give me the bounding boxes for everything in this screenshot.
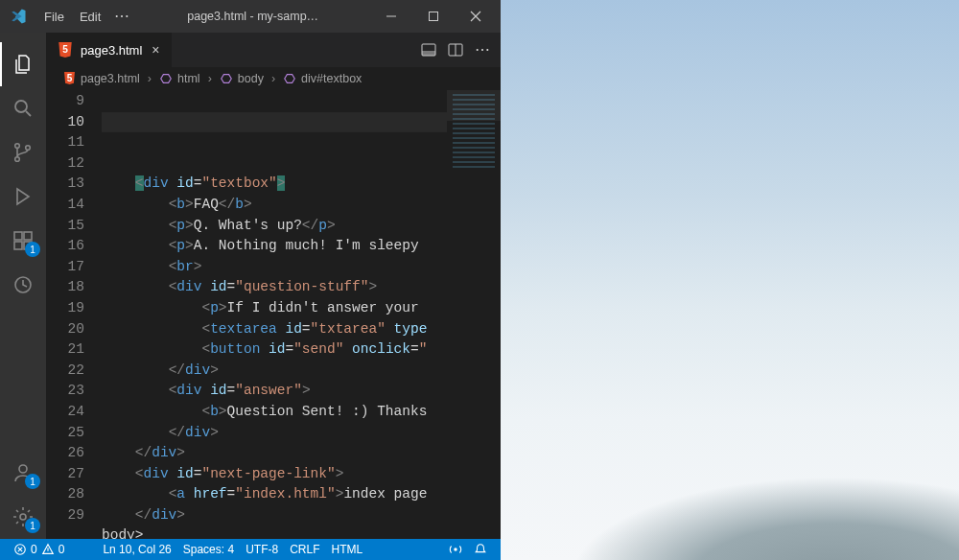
line-number[interactable]: 19	[46, 298, 84, 319]
code-line[interactable]: </div>	[102, 423, 447, 444]
line-number[interactable]: 10	[46, 112, 84, 133]
code-area[interactable]: <div id="textbox"> <b>FAQ</b> <p>Q. What…	[102, 90, 447, 539]
status-ln-col[interactable]: Ln 10, Col 26	[97, 543, 176, 556]
svg-point-3	[15, 144, 20, 149]
code-line[interactable]: <button id="send" onclick="	[102, 339, 447, 361]
code-line[interactable]: <a href="index.html">index page	[102, 484, 447, 505]
activity-settings[interactable]: 1	[0, 495, 46, 539]
status-eol[interactable]: CRLF	[284, 543, 325, 556]
chevron-right-icon: ›	[206, 72, 214, 85]
line-number[interactable]: 23	[46, 381, 84, 402]
html-file-icon	[63, 72, 76, 84]
line-number[interactable]: 9	[46, 91, 84, 112]
vscode-window: File Edit ⋯ page3.html - my-samp…	[0, 0, 501, 560]
html-file-icon	[58, 42, 73, 58]
code-line[interactable]: <div id="textbox">	[102, 174, 447, 195]
svg-rect-14	[422, 51, 435, 56]
svg-rect-9	[24, 232, 32, 240]
svg-rect-0	[386, 16, 396, 17]
window-minimize-button[interactable]	[370, 0, 412, 33]
code-line[interactable]: <div id="answer">	[102, 381, 447, 402]
status-spaces[interactable]: Spaces: 4	[177, 543, 240, 556]
line-number[interactable]: 18	[46, 277, 84, 298]
more-actions-button[interactable]: ⋯	[470, 37, 495, 62]
code-line[interactable]: </div>	[102, 443, 447, 464]
activity-accounts[interactable]: 1	[0, 451, 46, 495]
bell-icon	[474, 543, 487, 556]
status-encoding[interactable]: UTF-8	[240, 543, 284, 556]
window-close-button[interactable]	[455, 0, 497, 33]
activity-source-control[interactable]	[0, 130, 46, 175]
activity-search[interactable]	[0, 86, 46, 130]
code-line[interactable]: body>	[102, 525, 447, 539]
line-number[interactable]: 13	[46, 174, 84, 195]
menu-more-icon[interactable]: ⋯	[108, 9, 135, 24]
svg-point-2	[15, 101, 27, 112]
status-errors-count: 0	[31, 543, 37, 556]
code-line[interactable]: </div>	[102, 505, 447, 526]
line-number[interactable]: 24	[46, 402, 84, 423]
code-line[interactable]	[102, 153, 447, 175]
breadcrumb-html[interactable]: html	[155, 72, 204, 85]
activity-extensions[interactable]: 1	[0, 219, 46, 263]
activity-bar: 1 1 1	[0, 33, 46, 539]
code-line[interactable]: <b>FAQ</b>	[102, 195, 447, 216]
code-line[interactable]: <div id="next-page-link">	[102, 464, 447, 485]
status-notifications[interactable]	[468, 543, 493, 556]
accounts-badge: 1	[25, 474, 40, 489]
line-number[interactable]: 28	[46, 484, 84, 505]
line-number[interactable]: 21	[46, 339, 84, 361]
tab-close-button[interactable]: ×	[150, 40, 161, 59]
toggle-panel-button[interactable]	[416, 37, 441, 62]
code-line[interactable]: </div>	[102, 361, 447, 382]
code-line[interactable]: <p>Q. What's up?</p>	[102, 216, 447, 237]
line-number[interactable]: 14	[46, 195, 84, 216]
line-number[interactable]: 27	[46, 464, 84, 485]
line-number-gutter[interactable]: 9101112131415161718192021222324252627282…	[46, 90, 102, 539]
branch-icon	[12, 141, 35, 164]
menu-edit[interactable]: Edit	[72, 10, 108, 24]
code-line[interactable]: <div id="question-stuff">	[102, 277, 447, 298]
history-icon	[12, 273, 35, 296]
code-line[interactable]: <p>A. Nothing much! I'm sleepy	[102, 236, 447, 257]
menu-file[interactable]: File	[36, 10, 72, 24]
code-line[interactable]: <textarea id="txtarea" type	[102, 319, 447, 340]
line-number[interactable]: 11	[46, 132, 84, 153]
code-line[interactable]: <b>Question Sent! :) Thanks	[102, 402, 447, 423]
line-number[interactable]: 20	[46, 319, 84, 340]
line-number[interactable]: 15	[46, 216, 84, 237]
split-editor-button[interactable]	[443, 37, 468, 62]
titlebar[interactable]: File Edit ⋯ page3.html - my-samp…	[0, 0, 501, 33]
activity-timeline[interactable]	[0, 263, 46, 307]
svg-point-5	[26, 146, 31, 151]
svg-rect-1	[430, 12, 438, 21]
status-feedback[interactable]	[443, 543, 468, 556]
activity-explorer[interactable]	[0, 42, 46, 86]
activity-run-debug[interactable]	[0, 175, 46, 219]
line-number[interactable]: 25	[46, 423, 84, 444]
status-problems[interactable]: 0 0	[8, 543, 70, 556]
line-number[interactable]: 17	[46, 257, 84, 278]
window-maximize-button[interactable]	[412, 0, 455, 33]
code-line[interactable]: <p>If I didn't answer your	[102, 298, 447, 319]
chevron-right-icon: ›	[269, 72, 277, 85]
minimap[interactable]	[447, 90, 501, 539]
breadcrumb-body[interactable]: body	[216, 72, 268, 85]
settings-badge: 1	[25, 518, 40, 533]
line-number[interactable]: 16	[46, 236, 84, 257]
status-bar: 0 0 Ln 10, Col 26 Spaces: 4 UTF-8 CRLF H…	[0, 539, 501, 560]
line-number[interactable]: 22	[46, 361, 84, 382]
tab-page3[interactable]: page3.html ×	[46, 33, 173, 67]
breadcrumb[interactable]: page3.html › html › body › div#textbox	[46, 67, 501, 90]
svg-point-12	[20, 514, 26, 520]
status-language[interactable]: HTML	[325, 543, 368, 556]
status-warnings-count: 0	[58, 543, 65, 556]
breadcrumb-file[interactable]: page3.html	[59, 72, 144, 85]
line-number[interactable]: 12	[46, 153, 84, 175]
minimap-slider[interactable]	[447, 90, 501, 121]
breadcrumb-div-textbox[interactable]: div#textbox	[279, 72, 365, 85]
code-line[interactable]: <br>	[102, 257, 447, 278]
line-number[interactable]: 26	[46, 443, 84, 464]
line-number[interactable]: 29	[46, 505, 84, 526]
editor[interactable]: 9101112131415161718192021222324252627282…	[46, 90, 501, 539]
